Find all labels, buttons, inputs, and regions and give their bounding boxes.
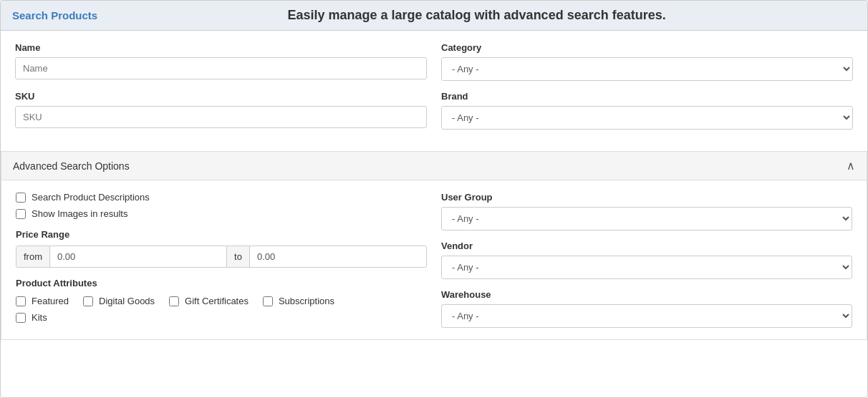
- search-descriptions-checkbox-item[interactable]: Search Product Descriptions: [16, 192, 427, 203]
- search-descriptions-checkbox[interactable]: [16, 193, 26, 203]
- attributes-row-2: Kits: [16, 312, 427, 323]
- to-label: to: [226, 246, 250, 267]
- brand-select[interactable]: - Any -: [441, 106, 853, 130]
- vendor-label: Vendor: [441, 241, 852, 251]
- sku-brand-row: SKU Brand - Any -: [15, 91, 853, 130]
- sku-input[interactable]: [15, 106, 427, 128]
- price-to-input[interactable]: [250, 246, 426, 267]
- name-category-row: Name Category - Any -: [15, 42, 853, 81]
- advanced-left: Search Product Descriptions Show Images …: [16, 192, 427, 328]
- featured-label: Featured: [32, 296, 69, 306]
- advanced-body: Search Product Descriptions Show Images …: [1, 180, 867, 340]
- category-group: Category - Any -: [441, 42, 853, 81]
- gift-certificates-label: Gift Certificates: [185, 296, 249, 306]
- from-label: from: [16, 246, 50, 267]
- vendor-select[interactable]: - Any -: [441, 256, 852, 279]
- header-subtitle: Easily manage a large catalog with advan…: [97, 8, 856, 23]
- sku-group: SKU: [15, 91, 427, 130]
- show-images-label: Show Images in results: [32, 208, 127, 219]
- price-from-input[interactable]: [50, 246, 226, 267]
- header: Search Products Easily manage a large ca…: [1, 1, 867, 31]
- user-group-label: User Group: [441, 192, 852, 203]
- chevron-up-icon: ∧: [847, 159, 855, 173]
- user-group-select[interactable]: - Any -: [441, 207, 852, 230]
- options-checkboxes: Search Product Descriptions Show Images …: [16, 192, 427, 219]
- subscriptions-label: Subscriptions: [279, 296, 334, 306]
- sku-label: SKU: [15, 91, 427, 102]
- advanced-content-row: Search Product Descriptions Show Images …: [16, 192, 852, 328]
- page-title: Search Products: [12, 9, 97, 21]
- subscriptions-checkbox-item[interactable]: Subscriptions: [263, 296, 334, 306]
- digital-goods-checkbox[interactable]: [83, 296, 93, 306]
- digital-goods-checkbox-item[interactable]: Digital Goods: [83, 296, 155, 306]
- featured-checkbox[interactable]: [16, 296, 26, 306]
- show-images-checkbox[interactable]: [16, 209, 26, 219]
- gift-certificates-checkbox-item[interactable]: Gift Certificates: [169, 296, 249, 306]
- warehouse-label: Warehouse: [441, 289, 852, 300]
- search-descriptions-label: Search Product Descriptions: [32, 192, 150, 203]
- product-attributes-section: Product Attributes Featured Digital Good…: [16, 278, 427, 323]
- price-range-inputs: from to: [16, 246, 427, 268]
- price-range-label: Price Range: [16, 229, 427, 240]
- attributes-row-1: Featured Digital Goods Gift Certificates: [16, 296, 427, 306]
- user-group-group: User Group - Any -: [441, 192, 852, 230]
- product-attributes-label: Product Attributes: [16, 278, 427, 288]
- advanced-section: Advanced Search Options ∧ Search Product…: [1, 151, 867, 340]
- kits-label: Kits: [32, 312, 47, 323]
- featured-checkbox-item[interactable]: Featured: [16, 296, 69, 306]
- category-select[interactable]: - Any -: [441, 57, 853, 81]
- name-label: Name: [15, 42, 427, 53]
- form-section: Name Category - Any - SKU Brand - Any -: [1, 31, 867, 151]
- brand-label: Brand: [441, 91, 853, 102]
- name-input[interactable]: [15, 57, 427, 79]
- advanced-title: Advanced Search Options: [13, 160, 130, 172]
- brand-group: Brand - Any -: [441, 91, 853, 130]
- digital-goods-label: Digital Goods: [99, 296, 155, 306]
- name-group: Name: [15, 42, 427, 81]
- advanced-header[interactable]: Advanced Search Options ∧: [1, 151, 867, 180]
- warehouse-group: Warehouse - Any -: [441, 289, 852, 328]
- subscriptions-checkbox[interactable]: [263, 296, 273, 306]
- kits-checkbox[interactable]: [16, 313, 26, 323]
- show-images-checkbox-item[interactable]: Show Images in results: [16, 208, 427, 219]
- advanced-right: User Group - Any - Vendor - Any -: [441, 192, 852, 328]
- attributes-checkboxes: Featured Digital Goods Gift Certificates: [16, 296, 427, 323]
- price-range-section: Price Range from to: [16, 229, 427, 268]
- kits-checkbox-item[interactable]: Kits: [16, 312, 47, 323]
- warehouse-select[interactable]: - Any -: [441, 304, 852, 328]
- gift-certificates-checkbox[interactable]: [169, 296, 179, 306]
- main-container: Search Products Easily manage a large ca…: [0, 0, 868, 398]
- category-label: Category: [441, 42, 853, 53]
- vendor-group: Vendor - Any -: [441, 241, 852, 279]
